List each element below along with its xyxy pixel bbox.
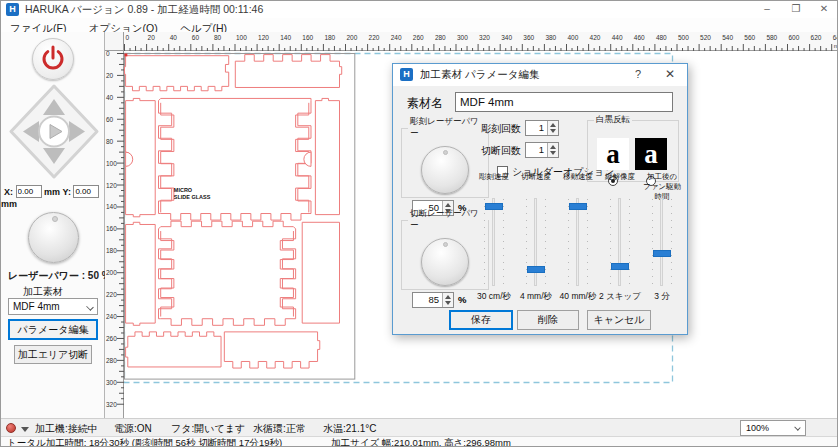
slider-label: 加工後の ファン駆動時間: [641, 172, 683, 194]
y-position-input[interactable]: [73, 185, 99, 198]
zoom-value: 100%: [746, 423, 769, 433]
zoom-select[interactable]: 100%: [740, 420, 806, 436]
cut-pattern: MICROSLIDE GLASS: [125, 54, 342, 369]
svg-text:340: 340: [501, 34, 512, 41]
slider-col-4: 加工後の ファン駆動時間3 分: [641, 172, 683, 303]
svg-text:40: 40: [106, 94, 114, 101]
svg-text:520: 520: [700, 34, 711, 41]
slider-value: 3 分: [641, 291, 683, 303]
dialog-help-button[interactable]: ?: [623, 64, 653, 86]
spinner-arrows-icon[interactable]: [547, 143, 558, 157]
slider-thumb[interactable]: [653, 250, 671, 257]
material-select[interactable]: MDF 4mm: [8, 298, 98, 315]
status-connection: 加工機:接続中: [35, 422, 98, 436]
status-power: 電源:ON: [114, 422, 152, 436]
svg-text:200: 200: [347, 34, 358, 41]
xy-position-row: X: mm Y: mm: [1, 185, 105, 200]
slider-thumb[interactable]: [527, 266, 545, 273]
status-work-size: 加工サイズ 幅:210.01mm, 高さ:296.98mm: [331, 437, 511, 447]
svg-text:40: 40: [170, 34, 178, 41]
status-total-time: トータル加工時間: 18分30秒 (彫刻時間 56秒 切断時間 17分19秒): [7, 437, 282, 447]
material-name-input[interactable]: [455, 92, 673, 112]
cut-count-spinner[interactable]: 1: [525, 142, 559, 158]
power-button[interactable]: [32, 38, 74, 80]
slider-col-3: 縦解像度2 スキップ: [599, 172, 641, 303]
ruler-corner: [105, 32, 124, 51]
svg-text:560: 560: [744, 34, 755, 41]
close-button[interactable]: ✕: [810, 1, 838, 18]
x-position-input[interactable]: [16, 185, 42, 198]
slider-thumb[interactable]: [611, 263, 629, 270]
laser-power-knob[interactable]: [28, 212, 79, 263]
engrave-text-line1: MICRO: [174, 187, 193, 193]
slider-thumb[interactable]: [485, 203, 503, 210]
machine-status-icon[interactable]: [6, 423, 16, 433]
y-label: Y:: [63, 187, 71, 197]
slider-col-0: 彫刻速度30 cm/秒: [473, 172, 515, 303]
slider-label: 縦解像度: [599, 172, 641, 194]
spinner-arrows-icon[interactable]: [547, 121, 558, 135]
status-bar: 加工機:接続中 電源:ON フタ:開いてます 水循環:正常 水温:21.1°C …: [1, 418, 838, 436]
svg-text:400: 400: [568, 34, 579, 41]
svg-text:320: 320: [479, 34, 490, 41]
status-bar-totals: トータル加工時間: 18分30秒 (彫刻時間 56秒 切断時間 17分19秒) …: [1, 436, 838, 447]
invert-inverted-tile: a: [635, 138, 667, 170]
slider-col-1: 切断速度4 mm/秒: [515, 172, 557, 303]
svg-text:500: 500: [678, 34, 689, 41]
dialog-title-bar[interactable]: H 加工素材 パラメータ編集 ? ✕: [393, 64, 687, 86]
slider-track[interactable]: [518, 196, 554, 288]
minimize-button[interactable]: –: [753, 1, 781, 18]
svg-text:160: 160: [106, 225, 117, 232]
cut-path: [235, 55, 341, 88]
slider-track[interactable]: [476, 196, 512, 288]
cut-path: [159, 98, 311, 220]
power-icon: [33, 39, 73, 79]
cut-path: [126, 332, 221, 367]
svg-text:80: 80: [106, 138, 114, 145]
maximize-button[interactable]: ❐: [782, 1, 810, 18]
material-label: 加工素材: [23, 285, 63, 299]
svg-text:180: 180: [106, 247, 117, 254]
window-title: HARUKA バージョン 0.89 - 加工経過時間 00:11:46: [25, 3, 263, 17]
engrave-count-label: 彫刻回数: [481, 122, 521, 136]
material-select-value: MDF 4mm: [13, 301, 60, 312]
y-unit: mm: [1, 199, 17, 209]
svg-text:580: 580: [766, 34, 777, 41]
dialog-close-button[interactable]: ✕: [655, 64, 685, 86]
engrave-count-spinner[interactable]: 1: [525, 120, 559, 136]
jog-dpad[interactable]: [8, 83, 100, 180]
chevron-down-icon: [794, 424, 800, 430]
slider-track[interactable]: [644, 196, 680, 288]
cut-path: [302, 222, 339, 323]
finger-notch: [304, 152, 311, 166]
cut-work-area-button[interactable]: 加工エリア切断: [14, 345, 92, 364]
delete-button[interactable]: 削除: [517, 310, 579, 330]
svg-text:180: 180: [324, 34, 335, 41]
dialog-title: 加工素材 パラメータ編集: [420, 68, 539, 82]
engrave-text-line2: SLIDE GLASS: [174, 194, 211, 200]
slider-track[interactable]: [560, 196, 596, 288]
svg-text:140: 140: [106, 203, 117, 210]
slider-thumb[interactable]: [569, 203, 587, 210]
svg-text:260: 260: [413, 34, 424, 41]
svg-text:460: 460: [634, 34, 645, 41]
svg-text:100: 100: [236, 34, 247, 41]
svg-text:300: 300: [106, 379, 117, 386]
cut-path: [315, 98, 339, 214]
speed-sliders: 彫刻速度30 cm/秒切断速度4 mm/秒移動速度40 mm/秒縦解像度2 スキ…: [473, 172, 685, 304]
svg-text:440: 440: [612, 34, 623, 41]
spinner-arrows-icon[interactable]: [442, 293, 453, 307]
parameter-edit-button[interactable]: パラメータ編集: [8, 319, 98, 340]
menu-bar: ファイル(F) オプション(O) ヘルプ(H): [1, 18, 838, 32]
haruka-app-window: H HARUKA バージョン 0.89 - 加工経過時間 00:11:46 – …: [0, 0, 838, 447]
save-button[interactable]: 保存: [449, 310, 513, 330]
svg-text:540: 540: [722, 34, 733, 41]
slider-track[interactable]: [602, 196, 638, 288]
cut-power-spinner[interactable]: 85: [412, 292, 454, 308]
cancel-button[interactable]: キャンセル: [587, 310, 651, 330]
cut-power-knob[interactable]: [421, 238, 469, 286]
svg-text:240: 240: [391, 34, 402, 41]
status-dropdown-icon[interactable]: [21, 427, 29, 432]
title-bar[interactable]: H HARUKA バージョン 0.89 - 加工経過時間 00:11:46 – …: [1, 1, 838, 18]
cut-path: [224, 332, 319, 368]
